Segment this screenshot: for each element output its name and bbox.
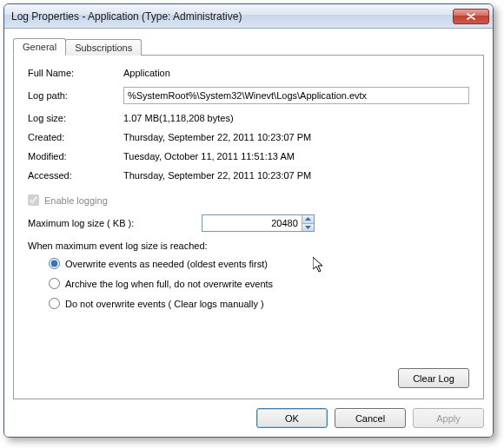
- max-size-spinbox[interactable]: [202, 214, 315, 232]
- radio-overwrite[interactable]: Overwrite events as needed (oldest event…: [49, 258, 469, 269]
- dialog-window: Log Properties - Application (Type: Admi…: [3, 3, 494, 438]
- tab-subscriptions[interactable]: Subscriptions: [65, 39, 142, 56]
- overflow-radio-group: Overwrite events as needed (oldest event…: [49, 258, 469, 309]
- accessed-value: Thursday, September 22, 2011 10:23:07 PM: [123, 170, 469, 181]
- log-path-input[interactable]: [123, 87, 469, 104]
- created-label: Created:: [28, 132, 123, 142]
- max-size-label: Maximum log size ( KB ):: [28, 218, 202, 228]
- titlebar: Log Properties - Application (Type: Admi…: [4, 4, 493, 29]
- modified-value: Tuesday, October 11, 2011 11:51:13 AM: [123, 151, 469, 161]
- when-max-label: When maximum event log size is reached:: [28, 240, 469, 251]
- enable-logging-label: Enable logging: [44, 195, 108, 206]
- accessed-label: Accessed:: [28, 170, 123, 181]
- full-name-value: Application: [123, 68, 469, 78]
- tab-panel-general: Full Name: Application Log path: Log siz…: [13, 55, 484, 399]
- log-size-label: Log size:: [28, 113, 123, 123]
- full-name-label: Full Name:: [28, 68, 123, 78]
- log-size-value: 1.07 MB(1,118,208 bytes): [123, 113, 469, 123]
- created-value: Thursday, September 22, 2011 10:23:07 PM: [123, 132, 469, 142]
- chevron-up-icon: [305, 217, 311, 221]
- client-area: General Subscriptions Full Name: Applica…: [4, 29, 493, 437]
- spin-up-button[interactable]: [302, 215, 314, 223]
- max-size-input[interactable]: [202, 215, 302, 231]
- window-title: Log Properties - Application (Type: Admi…: [11, 10, 453, 23]
- close-button[interactable]: [453, 9, 489, 24]
- ok-button[interactable]: OK: [256, 408, 328, 428]
- radio-archive-input[interactable]: [49, 278, 60, 289]
- close-icon: [467, 13, 475, 20]
- tabstrip: General Subscriptions: [13, 36, 484, 55]
- radio-overwrite-label: Overwrite events as needed (oldest event…: [65, 259, 268, 269]
- chevron-down-icon: [305, 226, 311, 229]
- dialog-footer: OK Cancel Apply: [13, 399, 484, 428]
- tab-general[interactable]: General: [13, 38, 66, 56]
- cancel-button[interactable]: Cancel: [335, 408, 406, 428]
- radio-overwrite-input[interactable]: [49, 258, 60, 269]
- clear-log-button[interactable]: Clear Log: [398, 368, 469, 388]
- enable-logging-checkbox: [28, 194, 39, 206]
- modified-label: Modified:: [28, 151, 123, 161]
- log-path-label: Log path:: [28, 90, 123, 101]
- radio-no-overwrite[interactable]: Do not overwrite events ( Clear logs man…: [49, 298, 469, 309]
- radio-no-overwrite-label: Do not overwrite events ( Clear logs man…: [65, 299, 264, 309]
- radio-no-overwrite-input[interactable]: [49, 298, 60, 309]
- spin-down-button[interactable]: [302, 223, 314, 232]
- radio-archive[interactable]: Archive the log when full, do not overwr…: [49, 278, 469, 289]
- radio-archive-label: Archive the log when full, do not overwr…: [65, 279, 273, 289]
- apply-button[interactable]: Apply: [413, 408, 484, 428]
